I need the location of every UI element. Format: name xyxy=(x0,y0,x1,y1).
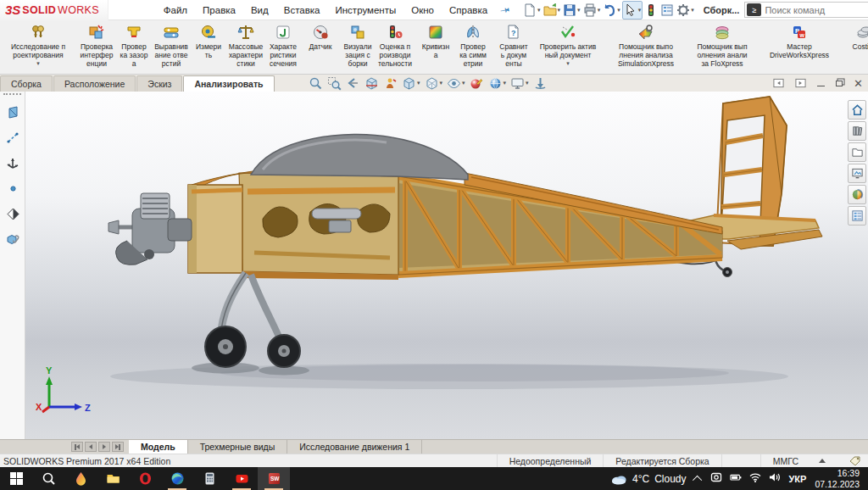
rebuild-button[interactable] xyxy=(643,2,659,19)
curvature-button[interactable]: Кривизн а xyxy=(417,20,454,74)
youtube-icon[interactable] xyxy=(225,467,258,490)
zoom-to-area-icon[interactable] xyxy=(326,75,342,92)
assembly-visualization-button[interactable]: Визуали зация с борки xyxy=(339,20,376,74)
clock[interactable]: 16:39 07.12.2023 xyxy=(815,468,863,489)
clearance-check-button[interactable]: Провер ка зазор а xyxy=(115,20,153,74)
axes-icon[interactable] xyxy=(0,151,25,176)
open-file-button[interactable]: ▾ xyxy=(542,2,562,19)
first-tab-button[interactable] xyxy=(71,442,83,452)
next-tab-button[interactable] xyxy=(98,442,110,452)
simulationxpress-button[interactable]: Помощник выпо лнения анализа SimulationX… xyxy=(607,20,685,74)
doc-close-button[interactable]: ✕ xyxy=(854,80,863,87)
appearances-scenes-icon[interactable] xyxy=(848,185,866,204)
select-tool-button[interactable]: ▾ xyxy=(622,1,643,19)
file-explorer-icon[interactable] xyxy=(848,142,866,162)
graphics-area[interactable]: Y Z X xyxy=(0,92,868,439)
paint-drop-app-icon[interactable] xyxy=(64,467,97,490)
costing-button[interactable]: Costing xyxy=(839,20,868,74)
floxpress-button[interactable]: Помощник вып олнения анали за FloXpress xyxy=(685,20,760,74)
last-tab-button[interactable] xyxy=(112,442,124,452)
file-explorer-taskbar-icon[interactable] xyxy=(97,467,129,490)
menu-tools[interactable]: Инструменты xyxy=(328,2,404,19)
tab-layout[interactable]: Расположение xyxy=(53,75,136,92)
section-view-icon[interactable] xyxy=(364,75,380,92)
tab-motion-study[interactable]: Исследование движения 1 xyxy=(287,440,422,454)
battery-tray-icon[interactable] xyxy=(730,471,742,487)
tab-3d-views[interactable]: Трехмерные виды xyxy=(188,440,288,454)
search-input[interactable] xyxy=(765,5,868,15)
doc-minimize-button[interactable] xyxy=(817,81,825,86)
symmetry-check-button[interactable]: Провер ка симм етрии xyxy=(454,20,492,74)
taskbar-search-button[interactable] xyxy=(32,467,64,490)
menu-edit[interactable]: Правка xyxy=(195,2,243,19)
display-style-icon[interactable]: ▾ xyxy=(424,75,444,92)
undo-button[interactable]: ▾ xyxy=(602,2,621,19)
custom-properties-icon[interactable] xyxy=(848,206,866,226)
check-active-document-dropdown[interactable]: ▾ xyxy=(566,60,570,67)
mass-properties-button[interactable]: Массовые характери стики xyxy=(227,20,264,74)
panel-drag-handle[interactable] xyxy=(3,93,21,98)
edge-icon[interactable] xyxy=(161,467,193,490)
hole-alignment-button[interactable]: Выравнив ание отве рстий xyxy=(153,20,190,74)
home-tab-icon[interactable] xyxy=(848,100,866,120)
design-study-dropdown[interactable]: ▾ xyxy=(36,60,40,67)
section-properties-button[interactable]: Характе ристики сечения xyxy=(264,20,302,74)
save-button[interactable]: ▾ xyxy=(562,2,581,19)
onedrive-tray-icon[interactable] xyxy=(710,471,722,487)
units-selector[interactable]: ММГС xyxy=(760,454,810,467)
options-gear-button[interactable]: ▾ xyxy=(676,2,695,19)
volume-tray-icon[interactable] xyxy=(769,471,781,487)
units-caret-icon[interactable] xyxy=(819,459,826,463)
pin-menu-icon[interactable]: 📌︎ xyxy=(498,2,513,17)
menu-window[interactable]: Окно xyxy=(403,2,442,19)
menu-file[interactable]: Файл xyxy=(156,2,195,19)
view-orientation-icon[interactable]: ▾ xyxy=(401,75,421,92)
previous-view-icon[interactable] xyxy=(345,75,361,92)
origin-icon[interactable] xyxy=(0,202,25,227)
file-properties-button[interactable] xyxy=(659,2,675,19)
tab-evaluate[interactable]: Анализировать xyxy=(183,75,274,92)
show-hidden-icons-chevron[interactable] xyxy=(692,475,701,484)
menu-view[interactable]: Вид xyxy=(243,2,276,19)
collapse-right-icon[interactable] xyxy=(795,76,806,92)
tab-model[interactable]: Модель xyxy=(129,440,188,454)
zoom-to-fit-icon[interactable] xyxy=(308,75,324,92)
opera-icon[interactable] xyxy=(129,467,161,490)
performance-evaluation-button[interactable]: Оценка п роизводи тельности xyxy=(376,20,414,74)
realview-icon[interactable] xyxy=(382,75,398,92)
collapse-left-icon[interactable] xyxy=(773,76,784,92)
design-library-icon[interactable] xyxy=(848,121,866,141)
edit-appearance-icon[interactable] xyxy=(469,75,485,92)
new-file-button[interactable]: ▾ xyxy=(522,2,542,19)
view-settings-icon[interactable]: ▾ xyxy=(509,75,530,92)
point-icon[interactable] xyxy=(0,176,25,202)
tab-sketch[interactable]: Эскиз xyxy=(136,75,182,92)
menu-help[interactable]: Справка xyxy=(442,2,495,19)
rotate-view-icon[interactable] xyxy=(532,75,548,92)
airplane-3d-model[interactable]: Y Z X xyxy=(0,92,868,441)
check-active-document-button[interactable]: Проверить актив ный документ ▾ xyxy=(532,20,604,74)
weather-widget[interactable]: 4°C Cloudy xyxy=(611,473,687,485)
sketch-line-icon[interactable] xyxy=(0,125,25,151)
apply-scene-icon[interactable]: ▾ xyxy=(487,75,508,92)
tag-icon[interactable] xyxy=(849,455,861,467)
search-scope-icon[interactable]: ≥ xyxy=(747,3,761,16)
driveworksxpress-button[interactable]: Pw Мастер DriveWorksXpress xyxy=(760,20,839,74)
hide-show-items-icon[interactable]: ▾ xyxy=(446,75,466,92)
plane-feature-icon[interactable] xyxy=(0,100,25,125)
sensor-button[interactable]: Датчик xyxy=(302,20,339,74)
doc-restore-button[interactable] xyxy=(836,81,843,86)
design-study-button[interactable]: Исследование п роектирования ▾ xyxy=(2,20,75,74)
assembly-mate-icon[interactable] xyxy=(0,227,25,253)
solidworks-taskbar-icon[interactable]: SW xyxy=(258,467,290,490)
wifi-tray-icon[interactable] xyxy=(749,471,761,487)
calculator-icon[interactable] xyxy=(193,467,225,490)
interference-check-button[interactable]: Проверка интерфер енции xyxy=(78,20,115,74)
view-palette-icon[interactable] xyxy=(848,164,866,183)
language-indicator[interactable]: УКР xyxy=(789,474,807,484)
compare-documents-button[interactable]: ? Сравнит ь докум енты xyxy=(495,20,532,74)
prev-tab-button[interactable] xyxy=(85,442,97,452)
tab-assembly[interactable]: Сборка xyxy=(0,75,53,92)
print-button[interactable]: ▾ xyxy=(582,2,602,19)
start-button[interactable] xyxy=(0,467,32,490)
